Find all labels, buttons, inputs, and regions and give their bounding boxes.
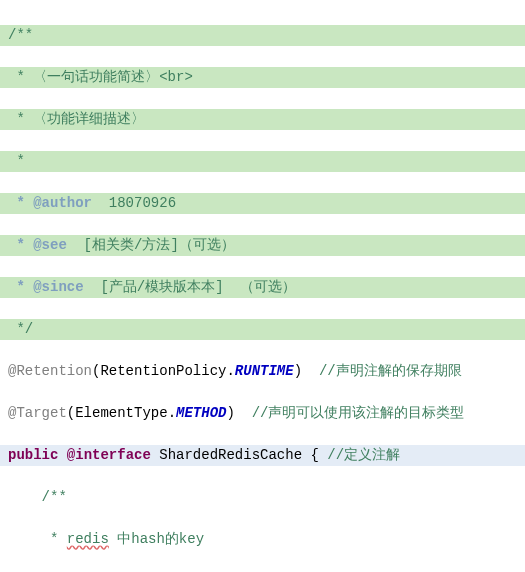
javadoc-since: * @since [产品/模块版本本] （可选） bbox=[0, 277, 525, 298]
annotation-retention: @Retention(RetentionPolicy.RUNTIME) //声明… bbox=[0, 361, 525, 382]
javadoc-author: * @author 18070926 bbox=[0, 193, 525, 214]
annotation-target: @Target(ElementType.METHOD) //声明可以使用该注解的… bbox=[0, 403, 525, 424]
javadoc-line: /** bbox=[0, 25, 525, 46]
javadoc-line: */ bbox=[0, 319, 525, 340]
class-declaration: public @interface ShardedRedisCache { //… bbox=[0, 445, 525, 466]
javadoc-line: * 〈功能详细描述〉 bbox=[0, 109, 525, 130]
spellcheck-word: redis bbox=[67, 531, 109, 547]
javadoc-line: * redis 中hash的key bbox=[0, 529, 525, 550]
javadoc-line: * bbox=[0, 151, 525, 172]
code-block: /** * 〈一句话功能简述〉<br> * 〈功能详细描述〉 * * @auth… bbox=[0, 0, 525, 572]
javadoc-line: * 〈一句话功能简述〉<br> bbox=[0, 67, 525, 88]
javadoc-line: /** bbox=[0, 487, 525, 508]
javadoc-see: * @see [相关类/方法]（可选） bbox=[0, 235, 525, 256]
